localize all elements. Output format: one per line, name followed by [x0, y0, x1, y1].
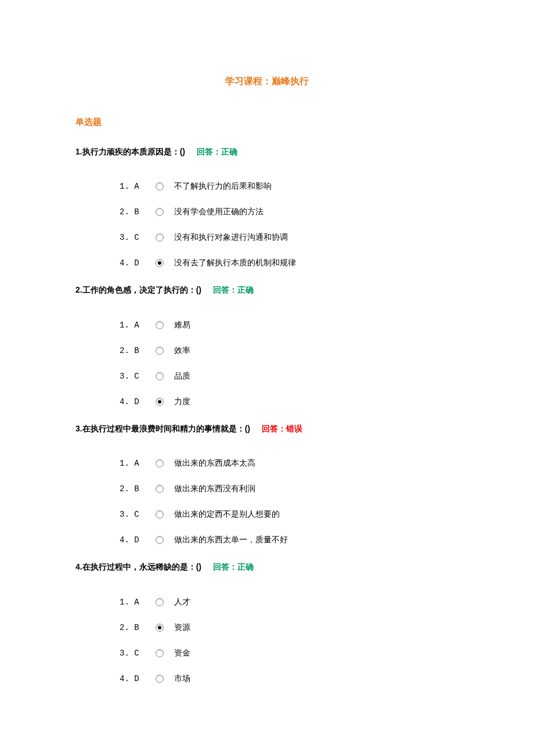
option-text: 不了解执行力的后果和影响 — [174, 181, 272, 192]
radio-button[interactable] — [156, 233, 164, 242]
page: 学习课程：巅峰执行 单选题 1.执行力顽疾的本质原因是：()回答：正确1. A不… — [0, 0, 534, 734]
option-item: 4. D力度 — [120, 397, 459, 407]
option-index: 4. D — [120, 397, 156, 406]
answer-result: 回答：错误 — [262, 424, 302, 433]
option-text: 资源 — [174, 622, 190, 633]
option-index: 3. C — [120, 510, 156, 519]
option-text: 做出来的东西没有利润 — [174, 484, 255, 494]
option-text: 没有去了解执行本质的机制和规律 — [174, 258, 296, 268]
option-index: 2. B — [120, 207, 156, 217]
option-item: 4. D做出来的东西太单一，质量不好 — [120, 535, 459, 545]
question-3: 3.在执行过程中最浪费时间和精力的事情就是：()回答：错误 — [75, 422, 459, 435]
option-item: 2. B做出来的东西没有利润 — [120, 484, 459, 494]
option-item: 3. C品质 — [120, 371, 459, 381]
question-stem: 4.在执行过程中，永远稀缺的是：() — [75, 562, 201, 571]
answer-result: 回答：正确 — [197, 147, 237, 156]
option-item: 3. C资金 — [120, 648, 459, 658]
option-index: 3. C — [120, 233, 156, 242]
answer-result: 回答：正确 — [213, 562, 254, 571]
option-text: 没有和执行对象进行沟通和协调 — [174, 232, 288, 243]
radio-button[interactable] — [156, 624, 164, 632]
option-text: 效率 — [174, 345, 190, 356]
option-text: 资金 — [174, 648, 190, 658]
option-text: 力度 — [174, 397, 190, 407]
option-index: 2. B — [120, 484, 156, 494]
question-4: 4.在执行过程中，永远稀缺的是：()回答：正确 — [75, 560, 459, 573]
radio-button[interactable] — [156, 321, 164, 329]
radio-button[interactable] — [156, 536, 164, 544]
option-index: 4. D — [120, 535, 156, 545]
option-text: 做出来的定西不是别人想要的 — [174, 509, 280, 520]
option-index: 3. C — [120, 649, 156, 658]
option-index: 1. A — [120, 321, 156, 330]
option-list: 1. A不了解执行力的后果和影响2. B没有学会使用正确的方法3. C没有和执行… — [96, 181, 459, 268]
course-title: 学习课程：巅峰执行 — [75, 75, 459, 88]
option-item: 3. C没有和执行对象进行沟通和协调 — [120, 232, 459, 243]
option-index: 1. A — [120, 597, 156, 607]
question-1: 1.执行力顽疾的本质原因是：()回答：正确 — [75, 145, 459, 158]
question-2: 2.工作的角色感，决定了执行的：()回答：正确 — [75, 283, 459, 296]
option-text: 市场 — [174, 674, 190, 684]
radio-button[interactable] — [156, 459, 164, 467]
question-stem: 1.执行力顽疾的本质原因是：() — [75, 147, 185, 156]
radio-button[interactable] — [156, 675, 164, 683]
option-item: 2. B效率 — [120, 345, 459, 356]
option-list: 1. A人才2. B资源3. C资金4. D市场 — [96, 597, 459, 684]
radio-button[interactable] — [156, 598, 164, 606]
radio-button[interactable] — [156, 347, 164, 355]
option-index: 4. D — [120, 258, 156, 268]
option-list: 1. A做出来的东西成本太高2. B做出来的东西没有利润3. C做出来的定西不是… — [96, 458, 459, 545]
option-item: 4. D没有去了解执行本质的机制和规律 — [120, 258, 459, 268]
option-list: 1. A难易2. B效率3. C品质4. D力度 — [96, 320, 459, 407]
option-text: 做出来的东西成本太高 — [174, 458, 255, 469]
option-index: 1. A — [120, 182, 156, 191]
option-text: 没有学会使用正确的方法 — [174, 207, 264, 217]
option-item: 1. A难易 — [120, 320, 459, 330]
option-text: 做出来的东西太单一，质量不好 — [174, 535, 288, 545]
radio-button[interactable] — [156, 649, 164, 657]
radio-button[interactable] — [156, 510, 164, 519]
option-text: 人才 — [174, 597, 190, 607]
radio-button[interactable] — [156, 182, 164, 190]
option-item: 1. A人才 — [120, 597, 459, 607]
question-list: 1.执行力顽疾的本质原因是：()回答：正确1. A不了解执行力的后果和影响2. … — [75, 145, 459, 684]
option-text: 品质 — [174, 371, 190, 381]
radio-button[interactable] — [156, 372, 164, 380]
option-text: 难易 — [174, 320, 190, 330]
section-title-single-choice: 单选题 — [75, 117, 459, 128]
option-index: 4. D — [120, 674, 156, 683]
option-item: 4. D市场 — [120, 674, 459, 684]
question-stem: 2.工作的角色感，决定了执行的：() — [75, 285, 201, 294]
radio-button[interactable] — [156, 485, 164, 493]
radio-button[interactable] — [156, 398, 164, 406]
option-index: 2. B — [120, 623, 156, 632]
question-stem: 3.在执行过程中最浪费时间和精力的事情就是：() — [75, 424, 250, 433]
option-item: 2. B没有学会使用正确的方法 — [120, 207, 459, 217]
radio-button[interactable] — [156, 259, 164, 267]
option-item: 2. B资源 — [120, 622, 459, 633]
option-item: 1. A做出来的东西成本太高 — [120, 458, 459, 469]
option-item: 3. C做出来的定西不是别人想要的 — [120, 509, 459, 520]
option-item: 1. A不了解执行力的后果和影响 — [120, 181, 459, 192]
radio-button[interactable] — [156, 208, 164, 216]
option-index: 2. B — [120, 346, 156, 355]
option-index: 1. A — [120, 459, 156, 468]
answer-result: 回答：正确 — [213, 285, 254, 294]
option-index: 3. C — [120, 372, 156, 381]
